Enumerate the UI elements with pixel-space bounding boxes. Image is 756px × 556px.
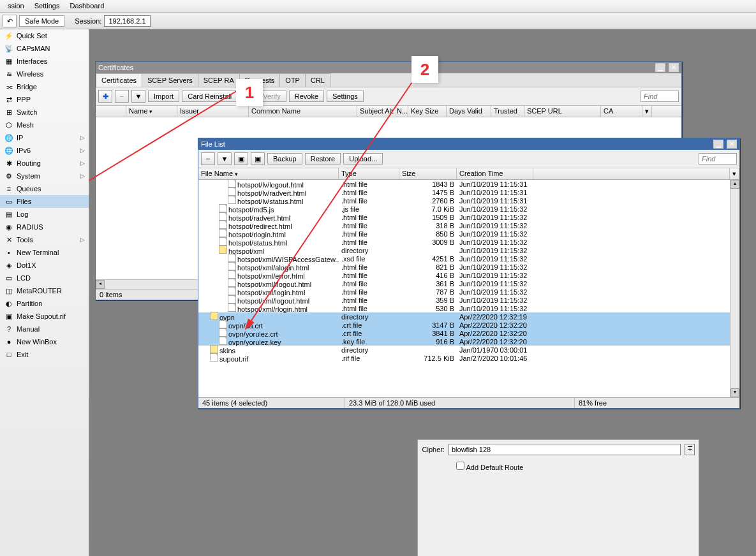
sidebar-item-lcd[interactable]: ▭LCD	[0, 272, 89, 284]
column-header[interactable]	[96, 106, 126, 117]
sidebar-item-capsman[interactable]: 📡CAPsMAN	[0, 42, 89, 55]
column-header[interactable]: Subject Alt. N...	[357, 106, 408, 117]
cipher-dropdown-icon[interactable]: ∓	[685, 444, 695, 455]
sidebar-item-tools[interactable]: ✕Tools▷	[0, 233, 89, 246]
file-type: .html file	[339, 214, 399, 221]
column-header[interactable]: Issuer	[177, 106, 249, 117]
cipher-value[interactable]: blowfish 128	[448, 444, 681, 455]
file-time: Jun/10/2019 11:15:31	[457, 180, 533, 188]
vertical-scrollbar[interactable]: ▴▾	[730, 180, 739, 397]
sidebar-item-dot1x[interactable]: ◈Dot1X	[0, 259, 89, 272]
paste-button[interactable]: ▣	[251, 152, 265, 165]
column-header[interactable]: Key Size	[408, 106, 447, 117]
file-size: 1843 B	[399, 180, 457, 188]
tabs: CertificatesSCEP ServersSCEP RARequestsO…	[96, 73, 681, 87]
sidebar-item-bridge[interactable]: ⫘Bridge	[0, 80, 89, 93]
file-icon	[219, 229, 227, 237]
sidebar-item-interfaces[interactable]: ▦Interfaces	[0, 55, 89, 68]
sidebar-item-routing[interactable]: ✱Routing▷	[0, 157, 89, 170]
sidebar-item-metarouter[interactable]: ◫MetaROUTER	[0, 284, 89, 297]
column-header[interactable]: Common Name	[249, 106, 357, 117]
file-icon	[228, 304, 236, 312]
column-menu-icon[interactable]: ▾	[730, 168, 739, 179]
find-input[interactable]	[641, 91, 679, 102]
sidebar-item-partition[interactable]: ◐Partition	[0, 297, 89, 310]
column-header[interactable]: Creation Time	[457, 168, 533, 179]
file-size: 359 B	[399, 296, 457, 304]
upload-button[interactable]: Upload...	[343, 153, 383, 165]
back-button[interactable]: ↶	[3, 15, 17, 27]
sidebar-item-new-terminal[interactable]: ▪New Terminal	[0, 246, 89, 259]
sidebar-item-files[interactable]: ▭Files	[0, 195, 89, 208]
column-header[interactable]: Size	[399, 168, 457, 179]
tab-certificates[interactable]: Certificates	[96, 73, 142, 87]
add-default-route-label: Add Default Route	[466, 464, 523, 471]
sidebar-label: Manual	[17, 325, 40, 333]
sidebar-item-system[interactable]: ⚙System▷	[0, 170, 89, 182]
sidebar-item-make-supout.rif[interactable]: ▣Make Supout.rif	[0, 310, 89, 323]
sidebar-item-switch[interactable]: ⊞Switch	[0, 106, 89, 119]
sidebar-item-quick-set[interactable]: ⚡Quick Set	[0, 29, 89, 42]
settings-button[interactable]: Settings	[327, 91, 364, 102]
file-type: .html file	[339, 296, 399, 304]
sidebar-item-ppp[interactable]: ⇄PPP	[0, 93, 89, 106]
file-icon	[228, 287, 236, 295]
tab-scep-servers[interactable]: SCEP Servers	[142, 73, 198, 87]
tab-otp[interactable]: OTP	[279, 73, 306, 87]
sidebar-item-wireless[interactable]: ≋Wireless	[0, 68, 89, 80]
menu-item[interactable]: ssion	[3, 0, 29, 12]
sidebar-item-ip[interactable]: 🌐IP▷	[0, 131, 89, 144]
filter-icon[interactable]: ▼	[131, 90, 145, 103]
column-header[interactable]: Name	[126, 106, 177, 117]
card-verify-button[interactable]: Card Verify	[240, 91, 286, 102]
window-titlebar[interactable]: File List ▁ ✕	[198, 138, 739, 150]
add-default-route-checkbox[interactable]	[456, 462, 464, 470]
minimize-icon[interactable]: ▁	[713, 140, 723, 149]
minimize-icon[interactable]: ▁	[655, 63, 665, 72]
tab-crl[interactable]: CRL	[305, 73, 330, 87]
menu-item[interactable]: Settings	[29, 0, 65, 12]
file-time: Jun/10/2019 11:15:32	[457, 230, 533, 238]
sidebar-item-manual[interactable]: ?Manual	[0, 323, 89, 335]
import-button[interactable]: Import	[148, 91, 179, 102]
menu-item[interactable]: Dashboard	[64, 0, 109, 12]
column-header[interactable]: SCEP URL	[524, 106, 601, 117]
filter-icon[interactable]: ▼	[218, 152, 232, 165]
remove-button[interactable]: −	[115, 90, 129, 103]
tab-requests[interactable]: Requests	[239, 73, 280, 87]
file-grid[interactable]: hotspot/lv/logout.html.html file1843 BJu…	[198, 180, 739, 397]
menu-icon: ✱	[4, 159, 14, 168]
sidebar-item-queues[interactable]: ≡Queues	[0, 182, 89, 195]
copy-button[interactable]: ▣	[234, 152, 248, 165]
sidebar-item-mesh[interactable]: ⬡Mesh	[0, 119, 89, 131]
remove-button[interactable]: −	[201, 152, 215, 165]
backup-button[interactable]: Backup	[267, 153, 302, 165]
file-type: .html file	[339, 180, 399, 188]
window-titlebar[interactable]: Certificates ▁ ✕	[96, 62, 681, 73]
sidebar-item-new-winbox[interactable]: ●New WinBox	[0, 335, 89, 348]
file-type: .html file	[339, 238, 399, 246]
column-menu-icon[interactable]: ▾	[642, 106, 652, 117]
card-reinstall-button[interactable]: Card Reinstall	[182, 91, 237, 102]
add-button[interactable]: ✚	[98, 90, 112, 103]
close-icon[interactable]: ✕	[727, 140, 737, 149]
sidebar-item-exit[interactable]: □Exit	[0, 348, 89, 361]
sidebar-item-ipv6[interactable]: 🌐IPv6▷	[0, 144, 89, 157]
column-header[interactable]: Trusted	[491, 106, 524, 117]
file-row[interactable]: supout.rif.rif file712.5 KiBJan/27/2020 …	[198, 354, 739, 362]
column-header[interactable]: CA	[601, 106, 642, 117]
tab-scep-ra[interactable]: SCEP RA	[198, 73, 240, 87]
file-size: 787 B	[399, 288, 457, 296]
find-input[interactable]	[699, 153, 737, 165]
folder-icon	[219, 245, 227, 254]
restore-button[interactable]: Restore	[305, 153, 341, 165]
close-icon[interactable]: ✕	[669, 63, 679, 72]
sidebar-item-radius[interactable]: ◉RADIUS	[0, 221, 89, 233]
file-size: 361 B	[399, 280, 457, 288]
revoke-button[interactable]: Revoke	[289, 91, 324, 102]
column-header[interactable]: Type	[339, 168, 399, 179]
safe-mode-button[interactable]: Safe Mode	[19, 15, 64, 27]
column-header[interactable]: File Name	[198, 168, 339, 179]
column-header[interactable]: Days Valid	[447, 106, 491, 117]
sidebar-item-log[interactable]: ▤Log	[0, 208, 89, 221]
